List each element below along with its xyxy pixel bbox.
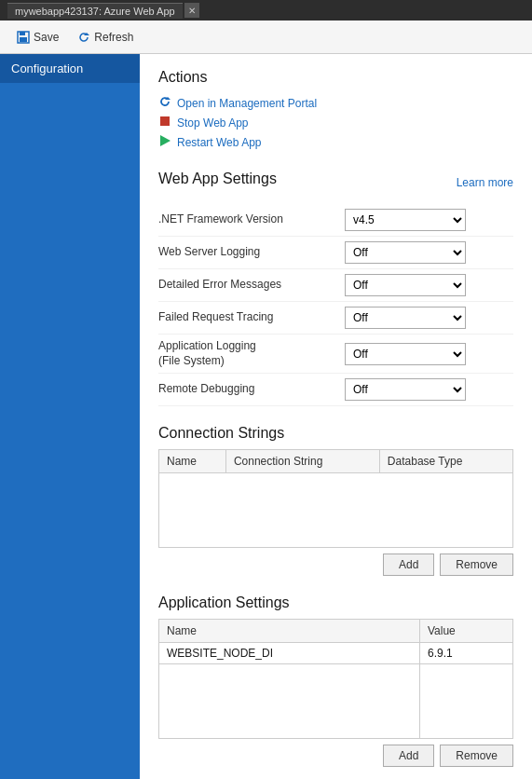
remote-debug-label: Remote Debugging <box>158 382 345 397</box>
app-setting-name: WEBSITE_NODE_DI <box>159 643 420 664</box>
app-settings-add-button[interactable]: Add <box>383 745 434 767</box>
setting-detailed-errors: Detailed Error Messages Off On <box>158 269 513 302</box>
setting-dotnet: .NET Framework Version v4.5 v2.0 v3.5 <box>158 204 513 237</box>
connection-strings-section: Connection Strings Name Connection Strin… <box>158 425 513 576</box>
action-open-portal[interactable]: Open in Management Portal <box>158 93 513 113</box>
action-label: Open in Management Portal <box>177 97 317 110</box>
setting-failed-request: Failed Request Tracing Off On <box>158 302 513 335</box>
save-icon <box>17 31 30 44</box>
app-settings-title: Application Settings <box>158 594 513 611</box>
remote-debug-select[interactable]: Off On <box>345 378 466 401</box>
refresh-icon <box>77 31 90 44</box>
toolbar: Save Refresh <box>0 20 532 54</box>
connection-strings-title: Connection Strings <box>158 425 513 442</box>
empty-cell <box>419 664 512 739</box>
setting-web-server-logging: Web Server Logging Off On <box>158 237 513 269</box>
dotnet-control[interactable]: v4.5 v2.0 v3.5 <box>345 209 513 231</box>
empty-cell <box>159 473 513 548</box>
app-col-name-header: Name <box>159 620 420 643</box>
action-label: Restart Web App <box>177 136 262 149</box>
empty-cell <box>159 664 420 739</box>
detailed-errors-control[interactable]: Off On <box>345 274 513 296</box>
web-server-logging-select[interactable]: Off On <box>345 241 466 264</box>
refresh-label: Refresh <box>94 31 133 44</box>
close-button[interactable]: ✕ <box>184 3 199 18</box>
web-server-logging-control[interactable]: Off On <box>345 241 513 264</box>
play-icon <box>158 134 171 150</box>
app-col-value-header: Value <box>419 620 512 643</box>
app-logging-select[interactable]: Off On <box>345 343 466 365</box>
dotnet-label: .NET Framework Version <box>158 212 345 227</box>
table-row[interactable]: WEBSITE_NODE_DI 6.9.1 <box>159 643 513 664</box>
stop-icon <box>158 115 171 130</box>
svg-rect-2 <box>20 37 27 42</box>
detailed-errors-label: Detailed Error Messages <box>158 278 345 293</box>
tab-label[interactable]: mywebapp423137: Azure Web App <box>7 3 183 19</box>
svg-rect-5 <box>160 116 170 126</box>
content-area: Actions Open in Management Portal Stop W… <box>140 54 532 779</box>
app-logging-label: Application Logging (File System) <box>158 339 345 368</box>
col-name-header: Name <box>159 450 226 473</box>
action-stop-app[interactable]: Stop Web App <box>158 113 513 132</box>
sidebar-item-label: Configuration <box>11 62 83 75</box>
open-portal-icon <box>158 95 171 111</box>
col-database-type-header: Database Type <box>379 450 512 473</box>
setting-remote-debug: Remote Debugging Off On <box>158 374 513 406</box>
app-settings-actions: Add Remove <box>158 745 513 767</box>
app-settings-remove-button[interactable]: Remove <box>440 745 513 767</box>
save-label: Save <box>34 31 59 44</box>
action-label: Stop Web App <box>177 116 249 130</box>
settings-header: Web App Settings Learn more <box>158 171 513 195</box>
learn-more-link[interactable]: Learn more <box>457 176 513 189</box>
col-connection-string-header: Connection String <box>225 450 379 473</box>
actions-section: Actions Open in Management Portal Stop W… <box>158 69 513 152</box>
web-server-logging-label: Web Server Logging <box>158 245 345 260</box>
svg-marker-6 <box>160 135 171 146</box>
save-button[interactable]: Save <box>9 27 66 48</box>
action-restart-app[interactable]: Restart Web App <box>158 132 513 152</box>
connection-strings-remove-button[interactable]: Remove <box>440 554 513 576</box>
app-setting-value: 6.9.1 <box>419 643 512 664</box>
title-bar: mywebapp423137: Azure Web App ✕ <box>0 0 532 20</box>
webapp-settings-title: Web App Settings <box>158 171 277 187</box>
app-settings-section: Application Settings Name Value WEBSITE_… <box>158 594 513 767</box>
connection-strings-add-button[interactable]: Add <box>383 554 434 576</box>
svg-rect-1 <box>20 32 25 35</box>
app-logging-control[interactable]: Off On <box>345 343 513 365</box>
actions-title: Actions <box>158 69 513 86</box>
sidebar: Configuration <box>0 54 140 779</box>
remote-debug-control[interactable]: Off On <box>345 378 513 401</box>
app-settings-table: Name Value WEBSITE_NODE_DI 6.9.1 <box>158 619 513 739</box>
dotnet-select[interactable]: v4.5 v2.0 v3.5 <box>345 209 466 231</box>
sidebar-item-configuration[interactable]: Configuration <box>0 54 140 83</box>
failed-request-select[interactable]: Off On <box>345 307 466 329</box>
failed-request-label: Failed Request Tracing <box>158 310 345 325</box>
webapp-settings-section: Web App Settings Learn more .NET Framewo… <box>158 171 513 406</box>
failed-request-control[interactable]: Off On <box>345 307 513 329</box>
main-layout: Configuration Actions Open in Management… <box>0 54 532 779</box>
setting-app-logging: Application Logging (File System) Off On <box>158 335 513 374</box>
connection-strings-table: Name Connection String Database Type <box>158 449 513 548</box>
detailed-errors-select[interactable]: Off On <box>345 274 466 296</box>
connection-strings-actions: Add Remove <box>158 554 513 576</box>
refresh-button[interactable]: Refresh <box>70 27 141 48</box>
